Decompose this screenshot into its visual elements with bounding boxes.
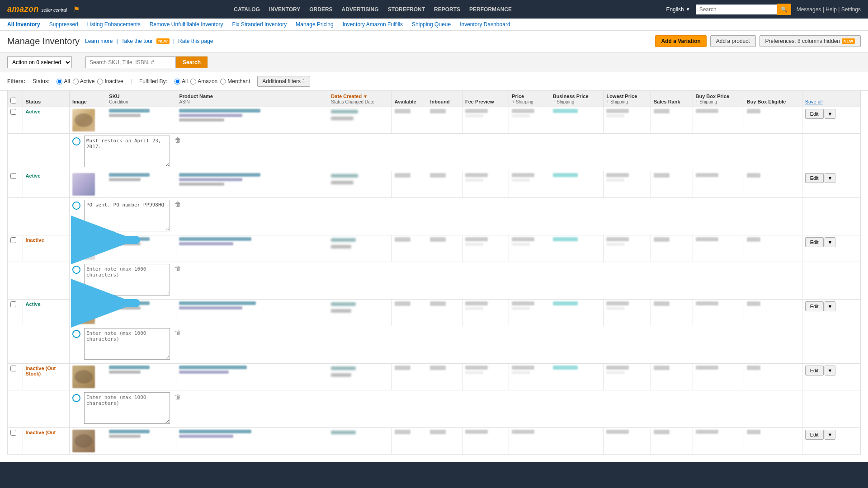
status-inactive-radio[interactable] <box>97 79 103 84</box>
row1-edit-button[interactable]: Edit <box>805 109 824 119</box>
page-header: Manage Inventory Learn more | Take the t… <box>0 31 868 53</box>
fulfilled-all-label[interactable]: All <box>175 78 188 84</box>
row5-note-radio[interactable] <box>72 394 80 402</box>
learn-more-link[interactable]: Learn more <box>85 38 113 44</box>
row4-edit-button[interactable]: Edit <box>805 301 824 311</box>
status-all-radio[interactable] <box>57 79 62 84</box>
row1-note-textarea[interactable]: Must restock on April 23, 2017. <box>84 136 170 167</box>
row6-action-buttons: Edit ▼ <box>805 430 858 440</box>
row5-edit-dropdown[interactable]: ▼ <box>825 366 836 375</box>
row6-edit-dropdown[interactable]: ▼ <box>825 430 836 440</box>
status-active-radio[interactable] <box>73 79 79 84</box>
row5-note-textarea[interactable] <box>84 392 170 424</box>
page-title: Manage Inventory <box>7 36 80 47</box>
row6-edit-button[interactable]: Edit <box>805 430 824 440</box>
row1-note-radio[interactable] <box>72 137 80 145</box>
status-inactive-label[interactable]: Inactive <box>97 78 123 84</box>
take-tour-link[interactable]: Take the tour <box>122 38 153 44</box>
row2-note-delete-button[interactable]: 🗑 <box>174 200 182 209</box>
row2-product-image <box>72 173 95 196</box>
select-all-checkbox[interactable] <box>10 98 16 103</box>
table-row: Active <box>8 107 861 134</box>
nav-orders[interactable]: ORDERS <box>309 6 332 13</box>
row4-note-textarea[interactable] <box>84 328 170 360</box>
th-select-all[interactable] <box>8 91 23 107</box>
row6-product-cell <box>176 428 328 455</box>
row1-note-content: Must restock on April 23, 2017. 🗑 <box>72 136 799 167</box>
row3-edit-dropdown[interactable]: ▼ <box>825 237 836 247</box>
subnav-inventory-amazon[interactable]: Inventory Amazon Fulfills <box>343 21 403 28</box>
nav-storefront[interactable]: STOREFRONT <box>388 6 425 13</box>
row2-edit-dropdown[interactable]: ▼ <box>825 173 836 183</box>
subnav-suppressed[interactable]: Suppressed <box>49 21 78 28</box>
row5-note-delete-button[interactable]: 🗑 <box>174 392 182 401</box>
fulfilled-amazon-radio[interactable] <box>190 79 196 84</box>
fulfilled-merchant-radio[interactable] <box>220 79 226 84</box>
status-active-label[interactable]: Active <box>73 78 95 84</box>
fulfilled-by-filter-group: All Amazon Merchant <box>175 78 250 84</box>
fulfilled-amazon-label[interactable]: Amazon <box>190 78 217 84</box>
th-price: Price + Shipping <box>509 91 550 107</box>
row4-available-cell <box>392 300 427 326</box>
row2-checkbox[interactable] <box>10 173 16 179</box>
nav-catalog[interactable]: CATALOG <box>234 6 260 13</box>
th-product-name[interactable]: Product Name ASIN <box>176 91 328 107</box>
nav-inventory[interactable]: INVENTORY <box>269 6 300 13</box>
row6-checkbox[interactable] <box>10 430 16 436</box>
fulfilled-merchant-label[interactable]: Merchant <box>220 78 250 84</box>
row1-note-delete-button[interactable]: 🗑 <box>174 136 182 145</box>
rate-page-link[interactable]: Rate this page <box>178 38 213 44</box>
nav-advertising[interactable]: ADVERTISING <box>342 6 379 13</box>
add-variation-button[interactable]: Add a Variation <box>655 35 706 47</box>
th-image: Image <box>69 91 106 107</box>
row4-note-radio[interactable] <box>72 330 80 338</box>
header-buttons: Add a Variation Add a product Preference… <box>655 35 861 47</box>
subnav-all-inventory[interactable]: All Inventory <box>7 21 40 28</box>
subnav-shipping-queue[interactable]: Shipping Queue <box>412 21 451 28</box>
subnav-manage-pricing[interactable]: Manage Pricing <box>296 21 333 28</box>
row1-biz-price-cell <box>550 107 604 134</box>
sort-desc-icon: ▼ <box>363 94 368 99</box>
row2-note-radio[interactable] <box>72 202 80 210</box>
search-icon: 🔍 <box>781 6 788 13</box>
action-select[interactable]: Action on 0 selected <box>7 56 72 68</box>
status-all-label[interactable]: All <box>57 78 70 84</box>
fulfilled-all-radio[interactable] <box>175 79 180 84</box>
subnav-fix-stranded[interactable]: Fix Stranded Inventory <box>232 21 287 28</box>
row2-edit-button[interactable]: Edit <box>805 173 824 183</box>
row1-checkbox[interactable] <box>10 109 16 115</box>
row3-checkbox[interactable] <box>10 237 16 243</box>
subnav-listing-enhancements[interactable]: Listing Enhancements <box>87 21 141 28</box>
row4-edit-dropdown[interactable]: ▼ <box>825 301 836 311</box>
th-date-created[interactable]: Date Created ▼ Status Changed Date <box>328 91 392 107</box>
subnav-inventory-dashboard[interactable]: Inventory Dashboard <box>460 21 510 28</box>
search-button[interactable]: Search <box>176 56 208 68</box>
nav-performance[interactable]: PERFORMANCE <box>469 6 512 13</box>
row4-note-content: 🗑 <box>72 328 799 360</box>
save-all-button[interactable]: Save all <box>805 99 823 104</box>
preferences-button[interactable]: Preferences: 8 columns hidden NEW <box>760 35 861 47</box>
th-action: Save all <box>802 91 860 107</box>
top-search-button[interactable]: 🔍 <box>777 4 791 15</box>
search-input[interactable] <box>85 56 176 68</box>
row3-edit-button[interactable]: Edit <box>805 237 824 247</box>
messages-link[interactable]: Messages <box>797 6 821 13</box>
top-search-input[interactable] <box>696 5 777 14</box>
add-product-button[interactable]: Add a product <box>710 35 756 47</box>
subnav-remove-unfulfillable[interactable]: Remove Unfulfillable Inventory <box>150 21 223 28</box>
additional-filters-button[interactable]: Additional filters ÷ <box>257 76 310 87</box>
row4-checkbox[interactable] <box>10 301 16 307</box>
nav-reports[interactable]: REPORTS <box>434 6 460 13</box>
row1-edit-dropdown[interactable]: ▼ <box>825 109 836 119</box>
row2-note-textarea[interactable]: PO sent. PO number PP998HQ <box>84 200 170 231</box>
row3-note-radio[interactable] <box>72 266 80 274</box>
language-selector-wrapper[interactable]: English ▼ <box>666 6 690 13</box>
row5-checkbox[interactable] <box>10 366 16 371</box>
help-link[interactable]: Help <box>826 6 837 13</box>
row5-edit-button[interactable]: Edit <box>805 366 824 375</box>
row4-note-delete-button[interactable]: 🗑 <box>174 328 182 337</box>
row3-note-delete-button[interactable]: 🗑 <box>174 264 182 273</box>
settings-link[interactable]: Settings <box>841 6 861 13</box>
row3-note-textarea[interactable] <box>84 264 170 296</box>
row1-product-cell <box>176 107 328 134</box>
